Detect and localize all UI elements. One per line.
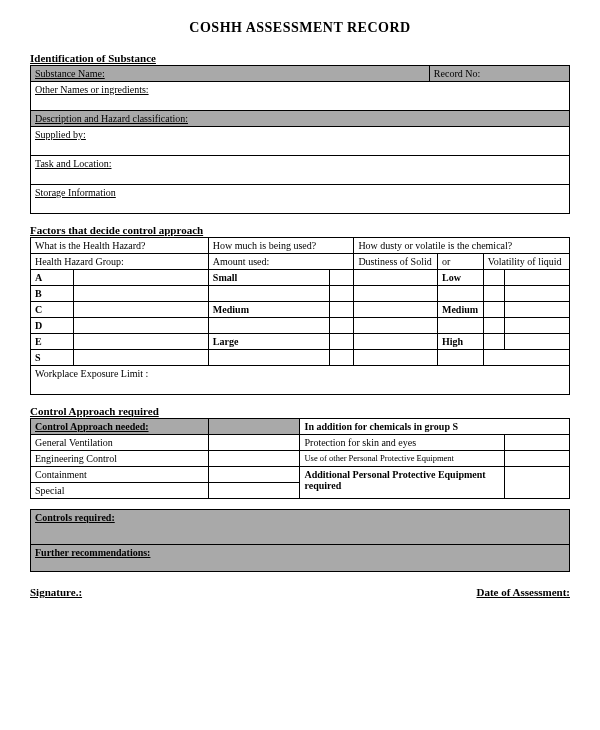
dust-e: High <box>437 334 483 350</box>
special: Special <box>31 483 209 499</box>
additional-ppe: Additional Personal Protective Equipment… <box>300 467 505 499</box>
description-label: Description and Hazard classification: <box>31 111 570 127</box>
group-d: D <box>31 318 74 334</box>
q-dusty-volatile: How dusty or volatile is the chemical? <box>354 238 570 254</box>
controls-recommendations-table: Controls required: Further recommendatio… <box>30 509 570 572</box>
substance-name-label: Substance Name: <box>31 66 430 82</box>
containment: Containment <box>31 467 209 483</box>
section-control-heading: Control Approach required <box>30 405 570 417</box>
amt-c: Medium <box>208 302 329 318</box>
dust-c: Medium <box>437 302 483 318</box>
further-recommendations-label: Further recommendations: <box>31 545 570 572</box>
section-factors-heading: Factors that decide control approach <box>30 224 570 236</box>
amt-e: Large <box>208 334 329 350</box>
dustiness-label: Dustiness of Solid <box>354 254 438 270</box>
record-no-label: Record No: <box>429 66 569 82</box>
addition-group-s-label: In addition for chemicals in group S <box>300 419 570 435</box>
factors-table: What is the Health Hazard? How much is b… <box>30 237 570 395</box>
storage-label: Storage Information <box>31 185 570 214</box>
group-b: B <box>31 286 74 302</box>
control-needed-label: Control Approach needed: <box>31 419 209 435</box>
q-health-hazard: What is the Health Hazard? <box>31 238 209 254</box>
group-s: S <box>31 350 74 366</box>
protection-skin-eyes: Protection for skin and eyes <box>300 435 505 451</box>
section-identification-heading: Identification of Substance <box>30 52 570 64</box>
or-label: or <box>437 254 483 270</box>
identification-table: Substance Name: Record No: Other Names o… <box>30 65 570 214</box>
document-title: COSHH ASSESSMENT RECORD <box>30 20 570 36</box>
group-c: C <box>31 302 74 318</box>
other-ppe: Use of other Personal Protective Equipme… <box>300 451 505 467</box>
volatility-label: Volatility of liquid <box>483 254 569 270</box>
control-approach-table: Control Approach needed: In addition for… <box>30 418 570 499</box>
wel-label: Workplace Exposure Limit : <box>31 366 570 395</box>
task-location-label: Task and Location: <box>31 156 570 185</box>
dust-a: Low <box>437 270 483 286</box>
amt-a: Small <box>208 270 329 286</box>
amount-used-label: Amount used: <box>208 254 354 270</box>
group-a: A <box>31 270 74 286</box>
q-amount-used: How much is being used? <box>208 238 354 254</box>
supplied-by-label: Supplied by: <box>31 127 570 156</box>
controls-required-label: Controls required: <box>31 510 570 545</box>
footer-row: Signature.: Date of Assessment: <box>30 586 570 598</box>
engineering-control: Engineering Control <box>31 451 209 467</box>
date-assessment-label: Date of Assessment: <box>477 586 570 598</box>
health-hazard-group-label: Health Hazard Group: <box>31 254 209 270</box>
group-e: E <box>31 334 74 350</box>
general-ventilation: General Ventilation <box>31 435 209 451</box>
other-names-label: Other Names or ingredients: <box>31 82 570 111</box>
signature-label: Signature.: <box>30 586 82 598</box>
